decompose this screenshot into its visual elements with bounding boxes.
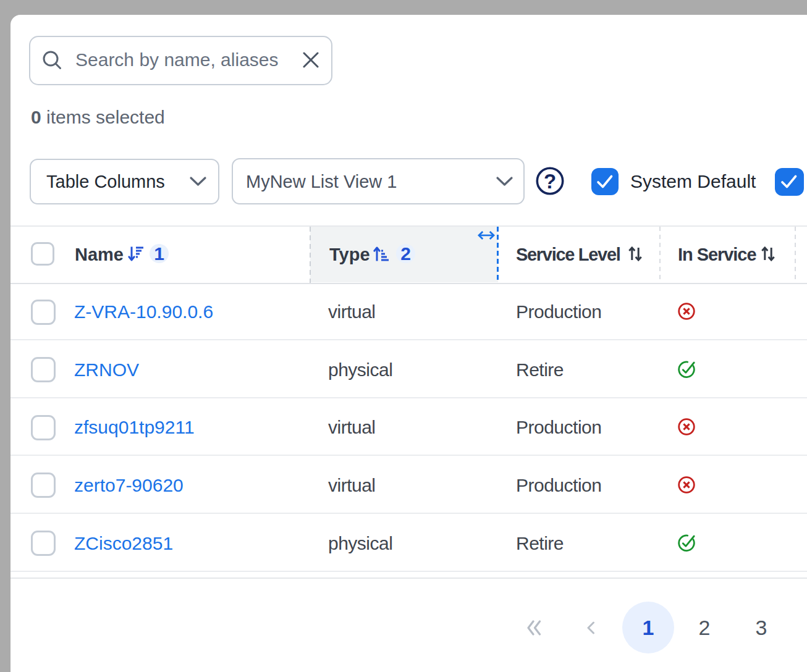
svg-text:?: ? [544,170,556,193]
